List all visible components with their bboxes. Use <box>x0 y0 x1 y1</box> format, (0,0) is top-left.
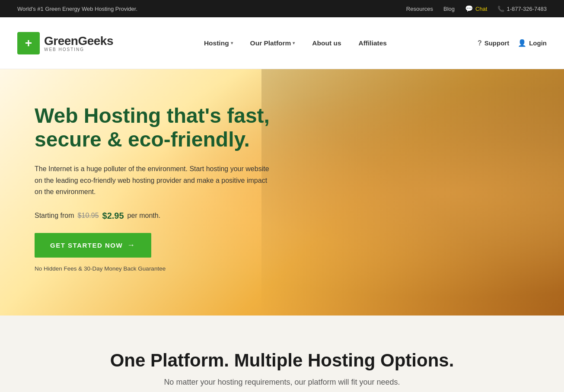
hero-content: Web Hosting that's fast, secure & eco-fr… <box>0 69 294 289</box>
resources-link[interactable]: Resources <box>406 6 433 12</box>
login-link[interactable]: 👤 Login <box>518 39 547 47</box>
hero-section: Web Hosting that's fast, secure & eco-fr… <box>0 69 564 316</box>
topbar: World's #1 Green Energy Web Hosting Prov… <box>0 0 564 17</box>
cta-arrow-icon: → <box>127 241 136 250</box>
login-icon: 👤 <box>518 39 526 47</box>
nav-item-our-platform[interactable]: Our Platform ▾ <box>243 36 302 51</box>
chat-icon: 💬 <box>465 5 473 13</box>
platform-chevron-icon: ▾ <box>293 41 295 45</box>
logo-name: GreenGeeks <box>44 34 113 48</box>
support-link[interactable]: ? Support <box>478 39 509 47</box>
support-icon: ? <box>478 39 482 47</box>
pricing-prefix: Starting from <box>35 212 74 220</box>
nav-item-affiliates[interactable]: Affiliates <box>352 36 394 51</box>
hero-figure <box>261 69 564 316</box>
platform-section: One Platform. Multiple Hosting Options. … <box>0 316 564 392</box>
platform-section-subtitle: No matter your hosting requirements, our… <box>17 378 547 387</box>
price-new: $2.95 <box>102 211 124 221</box>
platform-section-title: One Platform. Multiple Hosting Options. <box>17 350 547 371</box>
hero-description: The Internet is a huge polluter of the e… <box>35 163 277 198</box>
pricing-suffix: per month. <box>127 212 160 220</box>
main-nav: Hosting ▾ Our Platform ▾ About us Affili… <box>197 36 394 51</box>
blog-link[interactable]: Blog <box>443 6 455 12</box>
topbar-tagline: World's #1 Green Energy Web Hosting Prov… <box>17 6 137 12</box>
phone-icon: 📞 <box>497 6 504 12</box>
cta-button[interactable]: GET STARTED NOW → <box>35 233 151 258</box>
nav-item-hosting[interactable]: Hosting ▾ <box>197 36 240 51</box>
hosting-chevron-icon: ▾ <box>231 41 233 45</box>
chat-link[interactable]: 💬 Chat <box>465 5 487 13</box>
logo-sub: WEB HOSTING <box>44 47 113 52</box>
hero-pricing: Starting from $10.95 $2.95 per month. <box>35 211 277 221</box>
topbar-right: Resources Blog 💬 Chat 📞 1-877-326-7483 <box>406 5 547 13</box>
logo-text: GreenGeeks WEB HOSTING <box>44 34 113 52</box>
nav-item-about-us[interactable]: About us <box>305 36 348 51</box>
hero-title: Web Hosting that's fast, secure & eco-fr… <box>35 104 277 151</box>
price-original: $10.95 <box>78 212 99 220</box>
phone-link[interactable]: 📞 1-877-326-7483 <box>497 6 547 12</box>
header-right: ? Support 👤 Login <box>478 39 547 47</box>
hero-guarantee: No Hidden Fees & 30-Day Money Back Guara… <box>35 265 277 272</box>
logo[interactable]: + GreenGeeks WEB HOSTING <box>17 32 113 54</box>
header: + GreenGeeks WEB HOSTING Hosting ▾ Our P… <box>0 17 564 69</box>
logo-icon: + <box>17 32 40 54</box>
